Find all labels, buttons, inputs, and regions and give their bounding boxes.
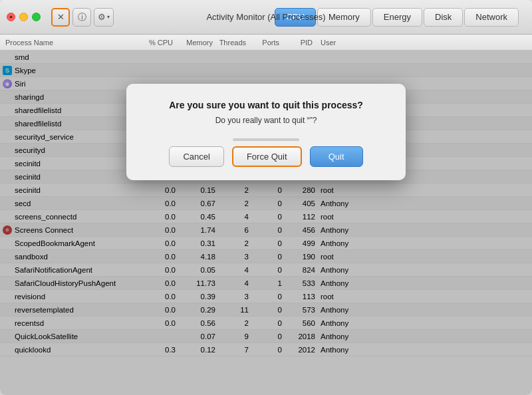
force-quit-button[interactable]: Force Quit xyxy=(232,146,302,167)
info-icon: ⓘ xyxy=(78,11,86,23)
quit-button[interactable]: Quit xyxy=(310,146,363,167)
cancel-button[interactable]: Cancel xyxy=(169,146,223,167)
chevron-down-icon: ▾ xyxy=(107,14,110,20)
process-info-button[interactable]: ⓘ xyxy=(72,8,91,27)
tab-network[interactable]: Network xyxy=(464,8,519,27)
modal-buttons: Cancel Force Quit Quit xyxy=(145,146,387,167)
col-header-threads[interactable]: Threads xyxy=(215,39,249,47)
traffic-lights: × xyxy=(7,13,41,21)
stop-process-button[interactable]: ✕ xyxy=(51,8,70,27)
close-button[interactable]: × xyxy=(7,13,15,21)
col-header-pid[interactable]: PID xyxy=(282,39,315,47)
modal-title: Are you sure you want to quit this proce… xyxy=(145,100,387,110)
column-headers: Process Name % CPU Memory Threads Ports … xyxy=(0,35,532,51)
minimize-button[interactable] xyxy=(19,13,28,21)
activity-monitor-window: × ✕ ⓘ ⚙ ▾ Activity Monitor (All Processe… xyxy=(0,0,532,395)
toolbar-buttons: ✕ ⓘ ⚙ ▾ xyxy=(51,8,114,27)
tab-energy[interactable]: Energy xyxy=(372,8,422,27)
modal-body: Do you really want to quit “”? xyxy=(145,116,387,125)
close-icon: × xyxy=(9,14,13,20)
tab-disk[interactable]: Disk xyxy=(424,8,463,27)
window-title: Activity Monitor (All Processes) xyxy=(206,12,325,22)
col-header-memory[interactable]: Memory xyxy=(176,39,215,47)
modal-overlay: Are you sure you want to quit this proce… xyxy=(0,51,532,395)
content-area: smd S Skype ◉ Siri xyxy=(0,51,532,395)
title-text: Activity Monitor (All Processes) xyxy=(206,12,325,22)
quit-dialog: Are you sure you want to quit this proce… xyxy=(126,84,406,180)
titlebar: × ✕ ⓘ ⚙ ▾ Activity Monitor (All Processe… xyxy=(0,0,532,35)
col-header-ports[interactable]: Ports xyxy=(249,39,282,47)
maximize-button[interactable] xyxy=(32,13,41,21)
gear-menu-button[interactable]: ⚙ ▾ xyxy=(94,8,114,27)
progress-slider[interactable] xyxy=(233,138,299,141)
gear-icon: ⚙ xyxy=(98,12,106,22)
col-header-user[interactable]: User xyxy=(315,39,362,47)
col-header-cpu[interactable]: % CPU xyxy=(136,39,176,47)
col-header-name[interactable]: Process Name xyxy=(3,39,136,47)
stop-icon: ✕ xyxy=(57,12,65,22)
